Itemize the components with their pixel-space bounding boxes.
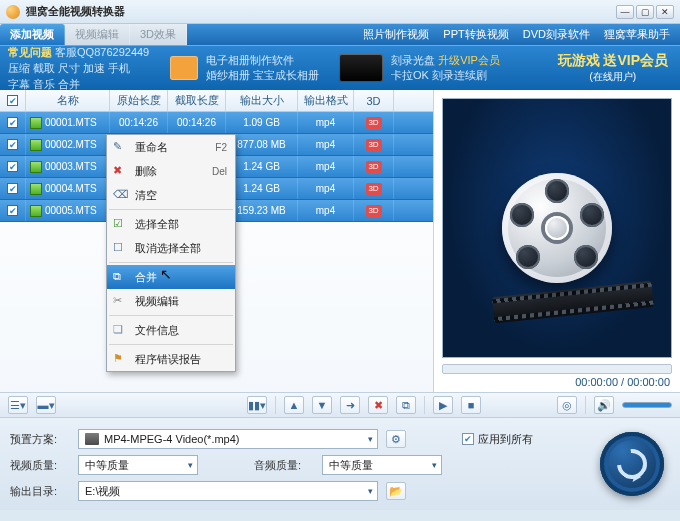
stop-button[interactable]: ■	[461, 396, 481, 414]
nav-dvd-burn[interactable]: DVD刻录软件	[523, 27, 590, 42]
app-logo-icon	[6, 5, 20, 19]
disc-promo[interactable]: 刻录光盘 升级VIP会员 卡拉OK 刻录连续剧	[329, 53, 510, 83]
delete-icon	[113, 164, 127, 178]
nav-photo-video[interactable]: 照片制作视频	[363, 27, 429, 42]
file-list-pane: ✔ 名称 原始长度 截取长度 输出大小 输出格式 3D ✔00001.MTS00…	[0, 90, 434, 392]
time-display: 00:00:00 / 00:00:00	[575, 376, 670, 388]
cursor-icon: ↖	[160, 266, 172, 282]
faq-link[interactable]: 常见问题	[8, 46, 52, 58]
nav-apple-helper[interactable]: 狸窝苹果助手	[604, 27, 670, 42]
play-button[interactable]: ▶	[433, 396, 453, 414]
equalizer-button[interactable]: ▮▮▾	[247, 396, 267, 414]
app-title: 狸窝全能视频转换器	[26, 4, 125, 19]
video-quality-label: 视频质量:	[10, 458, 70, 473]
convert-icon	[611, 443, 653, 485]
edit-icon	[113, 294, 127, 308]
table-header: ✔ 名称 原始长度 截取长度 输出大小 输出格式 3D	[0, 90, 433, 112]
remove-button[interactable]: ▬▾	[36, 396, 56, 414]
film-reel-icon	[502, 173, 612, 283]
volume-button[interactable]: 🔊	[594, 396, 614, 414]
menu-select-all[interactable]: 选择全部	[107, 212, 235, 236]
volume-slider[interactable]	[622, 402, 672, 408]
merge-button[interactable]: ⧉	[396, 396, 416, 414]
col-3d[interactable]: 3D	[354, 90, 394, 111]
col-output-format[interactable]: 输出格式	[298, 90, 354, 111]
audio-quality-combo[interactable]: 中等质量	[322, 455, 442, 475]
feature-line-1: 压缩 截取 尺寸 加速 手机	[8, 60, 152, 76]
col-orig-length[interactable]: 原始长度	[110, 90, 168, 111]
ribbon: 常见问题 客服QQ876292449 压缩 截取 尺寸 加速 手机 字幕 音乐 …	[0, 46, 680, 90]
close-button[interactable]: ✕	[656, 5, 674, 19]
preset-settings-button[interactable]: ⚙	[386, 430, 406, 448]
nav-ppt-video[interactable]: PPT转换视频	[443, 27, 508, 42]
convert-button[interactable]	[600, 432, 664, 496]
output-dir-combo[interactable]: E:\视频	[78, 481, 378, 501]
titlebar: 狸窝全能视频转换器 — ▢ ✕	[0, 0, 680, 24]
delete-button[interactable]: ✖	[368, 396, 388, 414]
rename-icon	[113, 140, 127, 154]
menu-video-edit[interactable]: 视频编辑	[107, 289, 235, 313]
table-body: ✔00001.MTS00:14:2600:14:261.09 GBmp43D✔0…	[0, 112, 433, 392]
info-icon	[113, 323, 127, 337]
output-dir-label: 输出目录:	[10, 484, 70, 499]
audio-quality-label: 音频质量:	[254, 458, 314, 473]
format-icon	[85, 433, 99, 445]
bug-icon	[113, 352, 127, 366]
preview-screen	[442, 98, 672, 358]
vip-promo[interactable]: 玩游戏 送VIP会员 (在线用户)	[558, 52, 668, 84]
snapshot-button[interactable]: ◎	[557, 396, 577, 414]
col-trim-length[interactable]: 截取长度	[168, 90, 226, 111]
menu-rename[interactable]: 重命名F2	[107, 135, 235, 159]
album-promo[interactable]: 电子相册制作软件 婚纱相册 宝宝成长相册	[160, 53, 329, 83]
col-name[interactable]: 名称	[26, 90, 110, 111]
col-output-size[interactable]: 输出大小	[226, 90, 298, 111]
table-row[interactable]: ✔00001.MTS00:14:2600:14:261.09 GBmp43D	[0, 112, 433, 134]
ppt-icon	[170, 56, 198, 80]
unselect-all-icon	[113, 241, 127, 255]
context-menu: 重命名F2 删除Del 清空 选择全部 取消选择全部 合并 视频编辑 文件信息 …	[106, 134, 236, 372]
settings-panel: 预置方案: MP4-MPEG-4 Video(*.mp4) ⚙ ✔应用到所有 视…	[0, 418, 680, 510]
preset-label: 预置方案:	[10, 432, 70, 447]
menu-bug-report[interactable]: 程序错误报告	[107, 347, 235, 371]
col-check[interactable]: ✔	[0, 90, 26, 111]
preview-pane: 00:00:00 / 00:00:00	[434, 90, 680, 392]
move-up-button[interactable]: ▲	[284, 396, 304, 414]
filmstrip-icon	[492, 281, 654, 324]
minimize-button[interactable]: —	[616, 5, 634, 19]
select-all-icon	[113, 217, 127, 231]
clear-icon	[113, 188, 127, 202]
apply-all-checkbox[interactable]: ✔应用到所有	[462, 432, 533, 447]
action-bar: ☰▾ ▬▾ ▮▮▾ ▲ ▼ ➜ ✖ ⧉ ▶ ■ ◎ 🔊	[0, 392, 680, 418]
move-down-button[interactable]: ▼	[312, 396, 332, 414]
open-folder-button[interactable]: 📂	[386, 482, 406, 500]
menu-file-info[interactable]: 文件信息	[107, 318, 235, 342]
merge-icon	[113, 270, 127, 284]
menu-clear[interactable]: 清空	[107, 183, 235, 207]
menu-delete[interactable]: 删除Del	[107, 159, 235, 183]
seek-bar[interactable]	[442, 364, 672, 374]
maximize-button[interactable]: ▢	[636, 5, 654, 19]
preset-combo[interactable]: MP4-MPEG-4 Video(*.mp4)	[78, 429, 378, 449]
view-list-button[interactable]: ☰▾	[8, 396, 28, 414]
move-in-button[interactable]: ➜	[340, 396, 360, 414]
menu-unselect-all[interactable]: 取消选择全部	[107, 236, 235, 260]
top-nav-links: 照片制作视频 PPT转换视频 DVD刻录软件 狸窝苹果助手	[187, 24, 680, 45]
dvd-icon	[339, 54, 383, 82]
qq-contact[interactable]: 客服QQ876292449	[55, 46, 149, 58]
video-quality-combo[interactable]: 中等质量	[78, 455, 198, 475]
